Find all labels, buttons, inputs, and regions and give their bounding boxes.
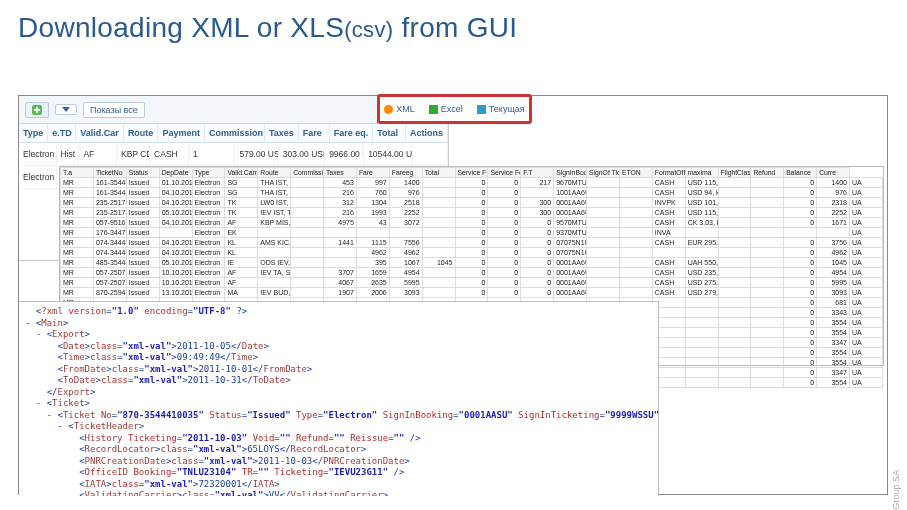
xls-cell: 0001AA6U 0001AA6U ho — [554, 288, 587, 298]
xml-line: - <Ticket> — [25, 398, 652, 410]
xls-cell: 235-2517827955 — [93, 208, 126, 218]
xls-cell — [718, 178, 751, 188]
xls-cell — [258, 228, 291, 238]
xls-cell: 0 — [455, 248, 488, 258]
xls-cell: UA — [850, 248, 883, 258]
xls-cell — [751, 258, 784, 268]
xls-cell — [685, 358, 718, 368]
xls-cell: Issued — [126, 288, 159, 298]
xls-cell — [291, 228, 324, 238]
xls-header: Route — [258, 168, 291, 178]
xls-cell — [685, 228, 718, 238]
xls-cell: AF — [225, 278, 258, 288]
xls-cell: 07075N1U 1033TTU ho — [554, 248, 587, 258]
xls-cell: EUR 295, k — [685, 238, 718, 248]
xls-cell: UA — [850, 348, 883, 358]
xls-cell: KL — [225, 238, 258, 248]
xls-cell — [685, 348, 718, 358]
xls-cell — [258, 278, 291, 288]
xls-cell: 0 — [488, 178, 521, 188]
xls-cell: 0 — [455, 218, 488, 228]
gui-cell: 1 — [189, 143, 235, 165]
xls-cell: Electron — [192, 178, 225, 188]
gui-header: Type — [19, 124, 48, 142]
xls-cell: 3347 — [817, 368, 850, 378]
gui-header-row: Type e.TD Valid.Car Route Payment Commis… — [19, 124, 448, 143]
xls-header: Taxes — [324, 168, 357, 178]
xls-cell: USD 235, k — [685, 268, 718, 278]
xls-cell: 04.10.2011 — [159, 248, 192, 258]
export-excel-button[interactable]: Excel — [425, 102, 467, 116]
xls-cell: 300 — [521, 208, 554, 218]
xls-header: Curre — [817, 168, 850, 178]
xls-cell: 4962 — [389, 248, 422, 258]
dropdown-button[interactable] — [55, 104, 77, 115]
xls-cell: 0 — [488, 268, 521, 278]
xls-cell — [718, 288, 751, 298]
xls-cell: 997 — [356, 178, 389, 188]
xls-cell: UA — [850, 238, 883, 248]
xls-cell — [751, 248, 784, 258]
xls-cell: MA — [225, 288, 258, 298]
xls-cell: CASH — [652, 238, 685, 248]
xls-cell: USD 279, k — [685, 288, 718, 298]
gui-header: Valid.Car — [76, 124, 124, 142]
show-all-button[interactable]: Показы все — [83, 102, 145, 118]
xls-cell: 04.10.2011 — [159, 198, 192, 208]
xls-cell — [619, 238, 652, 248]
export-current-button[interactable]: Текущая — [473, 102, 529, 116]
xls-cell: MR — [61, 218, 94, 228]
xls-cell — [159, 228, 192, 238]
xls-cell: INVA — [652, 228, 685, 238]
xls-cell — [291, 278, 324, 288]
xls-row: MR176-3447796695IssuedElectronEK0009370M… — [61, 228, 883, 238]
gui-header: Route — [124, 124, 159, 142]
xls-cell — [422, 278, 455, 288]
xls-cell: 3343 — [817, 308, 850, 318]
title-tail: from GUI — [393, 12, 517, 43]
xls-cell: 2252 — [389, 208, 422, 218]
add-button[interactable] — [25, 102, 49, 118]
gui-header: Actions — [406, 124, 448, 142]
xls-cell — [619, 268, 652, 278]
xls-cell — [751, 228, 784, 238]
xls-cell — [718, 298, 751, 308]
xml-view: <?xml version="1.0" encoding="UTF-8" ?>-… — [19, 301, 659, 496]
gui-cell: 10544.00 UAH — [364, 143, 413, 165]
xls-cell — [619, 188, 652, 198]
xls-cell: TK — [225, 198, 258, 208]
xls-cell: 0 — [784, 318, 817, 328]
gui-row: Electron Hist AF KBP CDG CASH 1 579.00 U… — [19, 143, 448, 166]
xls-cell: 0 — [455, 178, 488, 188]
xls-cell: 0 — [488, 258, 521, 268]
xls-cell: 05.10.2011 — [159, 208, 192, 218]
xls-cell — [718, 358, 751, 368]
xls-cell: 0 — [784, 218, 817, 228]
xls-cell: 2318 — [817, 198, 850, 208]
title-main: Downloading XML or XLS — [18, 12, 344, 43]
export-xml-button[interactable]: XML — [380, 102, 419, 116]
xls-header: Fare — [356, 168, 389, 178]
xml-line: </Export> — [25, 387, 652, 399]
xls-cell: THA IST, IA — [258, 178, 291, 188]
xls-cell — [619, 278, 652, 288]
xls-cell: THA IST, IA — [258, 188, 291, 198]
xls-cell: 4954 — [817, 268, 850, 278]
xls-cell — [291, 268, 324, 278]
xls-cell — [619, 228, 652, 238]
xls-header: Service F — [455, 168, 488, 178]
xls-cell — [324, 228, 357, 238]
gui-cell: Hist — [57, 143, 80, 165]
xls-cell: MR — [61, 268, 94, 278]
xls-cell: MR — [61, 208, 94, 218]
xls-cell: Electron — [192, 188, 225, 198]
xls-cell: 681 — [817, 298, 850, 308]
xls-cell: UA — [850, 278, 883, 288]
xls-cell: 2006 — [356, 288, 389, 298]
xls-header: SignOf Tick — [587, 168, 620, 178]
xml-label: XML — [396, 104, 415, 114]
gui-header: e.TD — [48, 124, 76, 142]
xls-cell: 1001AA6U 0001AA6U ho — [554, 188, 587, 198]
xls-cell: Issued — [126, 198, 159, 208]
xls-cell — [422, 198, 455, 208]
